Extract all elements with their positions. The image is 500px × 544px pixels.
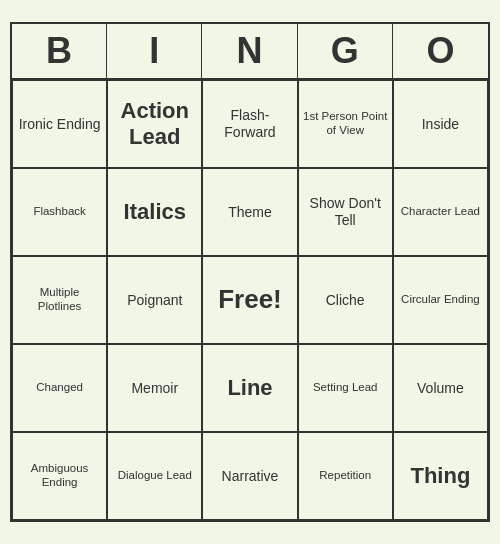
- bingo-cell-18: Setting Lead: [298, 344, 393, 432]
- bingo-cell-21: Dialogue Lead: [107, 432, 202, 520]
- bingo-cell-17: Line: [202, 344, 297, 432]
- bingo-cell-4: Inside: [393, 80, 488, 168]
- header-letter-o: O: [393, 24, 488, 78]
- bingo-cell-5: Flashback: [12, 168, 107, 256]
- bingo-cell-2: Flash-Forward: [202, 80, 297, 168]
- bingo-card: BINGO Ironic EndingAction LeadFlash-Forw…: [10, 22, 490, 522]
- bingo-cell-11: Poignant: [107, 256, 202, 344]
- bingo-cell-6: Italics: [107, 168, 202, 256]
- bingo-cell-24: Thing: [393, 432, 488, 520]
- bingo-grid: Ironic EndingAction LeadFlash-Forward1st…: [12, 80, 488, 520]
- bingo-cell-13: Cliche: [298, 256, 393, 344]
- bingo-cell-3: 1st Person Point of View: [298, 80, 393, 168]
- bingo-cell-12: Free!: [202, 256, 297, 344]
- bingo-cell-22: Narrative: [202, 432, 297, 520]
- bingo-cell-23: Repetition: [298, 432, 393, 520]
- bingo-cell-8: Show Don't Tell: [298, 168, 393, 256]
- bingo-header: BINGO: [12, 24, 488, 80]
- header-letter-b: B: [12, 24, 107, 78]
- bingo-cell-14: Circular Ending: [393, 256, 488, 344]
- bingo-cell-16: Memoir: [107, 344, 202, 432]
- header-letter-n: N: [202, 24, 297, 78]
- bingo-cell-10: Multiple Plotlines: [12, 256, 107, 344]
- bingo-cell-15: Changed: [12, 344, 107, 432]
- bingo-cell-19: Volume: [393, 344, 488, 432]
- bingo-cell-0: Ironic Ending: [12, 80, 107, 168]
- bingo-cell-20: Ambiguous Ending: [12, 432, 107, 520]
- bingo-cell-1: Action Lead: [107, 80, 202, 168]
- header-letter-i: I: [107, 24, 202, 78]
- bingo-cell-7: Theme: [202, 168, 297, 256]
- bingo-cell-9: Character Lead: [393, 168, 488, 256]
- header-letter-g: G: [298, 24, 393, 78]
